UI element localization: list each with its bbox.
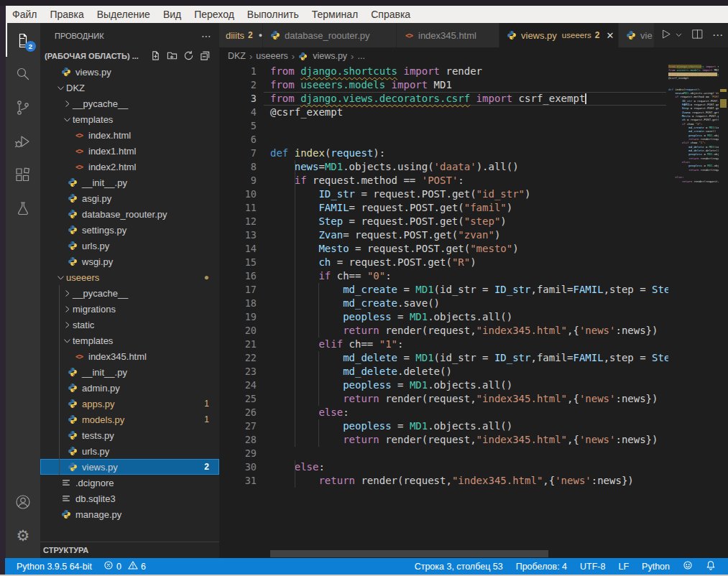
tree-item-index2.html[interactable]: <>index2.html (40, 159, 219, 175)
menu-item-Терминал[interactable]: Терминал (305, 9, 364, 20)
menu-item-Переход[interactable]: Переход (188, 9, 241, 20)
overview-ruler[interactable] (719, 65, 728, 550)
workspace-actions (150, 50, 219, 62)
refresh-icon[interactable] (183, 50, 194, 62)
sidebar-more-icon[interactable]: ⋯ (201, 30, 212, 42)
close-icon[interactable]: ✕ (606, 30, 614, 41)
run-button[interactable] (660, 28, 672, 43)
tab-index345.html[interactable]: <>index345.html (397, 23, 499, 47)
status-right: Строка 3, столбец 53Пробелов: 4UTF-8LFPy… (408, 560, 728, 572)
tree-item-label: __pycache__ (73, 288, 128, 299)
activity-search-icon[interactable] (6, 57, 40, 90)
line-number: 3 (219, 92, 257, 106)
tree-item-__init__.py[interactable]: __init__.py (40, 175, 219, 190)
more-actions-icon[interactable]: ⋯ (712, 29, 724, 42)
run-dropdown-chevron-icon[interactable] (681, 29, 683, 42)
status-notifications[interactable] (699, 560, 722, 572)
activity-explorer-icon[interactable]: 2 (6, 23, 40, 57)
activity-settings-gear-icon[interactable]: ⚙ (6, 519, 40, 552)
tree-item-.dcignore[interactable]: .dcignore (40, 475, 219, 491)
status-language-mode[interactable]: Python (635, 562, 676, 572)
tree-item-database_roouter.py[interactable]: database_roouter.py (40, 206, 219, 222)
tree-item-useeers[interactable]: useeers● (40, 269, 219, 285)
py-file-icon (298, 51, 309, 62)
breadcrumb-item-useeers[interactable]: useeers (256, 51, 287, 61)
status-encoding[interactable]: UTF-8 (573, 562, 612, 572)
tree-item-wsgi.py[interactable]: wsgi.py (40, 254, 219, 269)
tree-item-index.html[interactable]: <>index.html (40, 127, 219, 143)
tree-item-manage.py[interactable]: manage.py (40, 506, 219, 522)
status-problems[interactable]: 06 (98, 560, 152, 572)
tree-item-label: views.py (75, 67, 111, 78)
new-folder-icon[interactable] (167, 50, 178, 62)
activity-source-control-icon[interactable] (6, 90, 40, 124)
breadcrumb-item-DKZ[interactable]: DKZ (228, 51, 246, 61)
tree-item-templates[interactable]: templates (40, 333, 219, 348)
tab-database_roouter.py[interactable]: database_roouter.py (263, 23, 397, 47)
html-file-icon: <> (73, 145, 85, 157)
tree-item-templates[interactable]: templates (40, 111, 219, 127)
tree-item-label: __init__.py (82, 177, 127, 188)
horizontal-scrollbar[interactable] (270, 550, 548, 557)
menu-item-Выделение[interactable]: Выделение (91, 9, 157, 20)
activity-account-icon[interactable] (6, 485, 40, 519)
tree-item-asgi.py[interactable]: asgi.py (40, 190, 219, 206)
status-cursor-position[interactable]: Строка 3, столбец 53 (408, 562, 510, 572)
tree-item-views.py[interactable]: views.py2 (40, 459, 219, 475)
py-file-icon (625, 29, 637, 41)
tree-item-index345.html[interactable]: <>index345.html (40, 348, 219, 364)
menu-item-Выполнить[interactable]: Выполнить (241, 9, 305, 20)
tree-item-migrations[interactable]: migrations (40, 301, 219, 317)
line-number: 11 (219, 201, 257, 215)
tree-item-label: __init__.py (82, 367, 127, 378)
tab-vie[interactable]: vie (619, 23, 655, 47)
tab-views.py[interactable]: views.pyuseeers2✕ (499, 23, 619, 47)
status-python-version[interactable]: Python 3.9.5 64-bit (11, 562, 98, 572)
tree-item-models.py[interactable]: models.py1 (40, 412, 219, 427)
status-indentation[interactable]: Пробелов: 4 (510, 562, 573, 572)
activity-extensions-icon[interactable] (6, 158, 40, 192)
tree-item-views.py[interactable]: views.py (40, 64, 219, 80)
menu-item-Вид[interactable]: Вид (157, 9, 188, 20)
tree-item-__pycache__[interactable]: __pycache__ (40, 96, 219, 111)
tree-item-static[interactable]: static (40, 317, 219, 333)
indent-guide (59, 317, 60, 333)
outline-section-header[interactable]: СТРУКТУРА (40, 542, 219, 558)
minimap-content: from django.shortcuts import renderfrom … (668, 65, 719, 183)
line-number: 21 (219, 338, 257, 351)
code-text: return render(request,"index345.html",{'… (270, 433, 658, 447)
indent-guide (295, 324, 295, 338)
new-file-icon[interactable] (150, 50, 161, 62)
tree-item-index1.html[interactable]: <>index1.html (40, 143, 219, 159)
breadcrumb-item-...[interactable]: ... (357, 51, 364, 61)
py-file-icon (67, 461, 78, 473)
tree-item-urls.py[interactable]: urls.py (40, 238, 219, 254)
tree-item-tests.py[interactable]: tests.py (40, 427, 219, 443)
chevron-right-icon (61, 289, 73, 298)
status-feedback[interactable] (676, 560, 699, 572)
tree-item-__init__.py[interactable]: __init__.py (40, 364, 219, 380)
workspace-section-header[interactable]: (РАБОЧАЯ ОБЛАСТЬ) ... (40, 48, 219, 64)
tree-item-urls.py[interactable]: urls.py (40, 443, 219, 459)
tree-item-__pycache__[interactable]: __pycache__ (40, 285, 219, 301)
tree-item-db.sqlite3[interactable]: db.sqlite3 (40, 491, 219, 506)
collapse-all-icon[interactable] (200, 50, 211, 62)
tree-item-label: DKZ (66, 83, 85, 93)
tree-item-settings.py[interactable]: settings.py (40, 222, 219, 238)
menu-item-Файл[interactable]: Файл (6, 9, 43, 20)
activity-run-debug-icon[interactable] (6, 124, 40, 158)
tree-item-admin.py[interactable]: admin.py (40, 380, 219, 396)
split-editor-icon[interactable] (691, 28, 704, 43)
breadcrumb-item-views.py[interactable]: views.py (313, 51, 347, 61)
tree-item-DKZ[interactable]: DKZ (40, 80, 219, 96)
list-file-icon (60, 493, 72, 504)
status-eol[interactable]: LF (612, 562, 635, 572)
menu-item-Справка[interactable]: Справка (364, 9, 417, 20)
code-editor[interactable]: 1from django.shortcuts import render2fro… (219, 65, 668, 550)
tree-item-apps.py[interactable]: apps.py1 (40, 396, 219, 412)
menu-item-Правка[interactable]: Правка (43, 9, 90, 20)
minimap[interactable]: from django.shortcuts import renderfrom … (668, 65, 719, 352)
tab-diiits[interactable]: diiits2● (219, 23, 263, 47)
code-text: md_delete.delete() (270, 365, 452, 378)
activity-testing-icon[interactable] (6, 192, 40, 226)
